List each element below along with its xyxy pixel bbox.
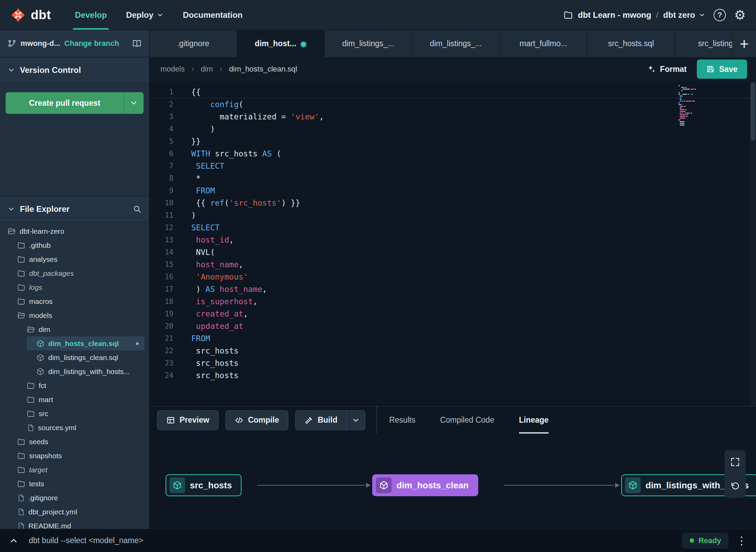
code-line[interactable]: 13 host_id, <box>149 234 756 246</box>
file-name: dim_listings_clean.sql <box>48 354 118 362</box>
file-tree-item[interactable]: dbt-learn-zero <box>0 224 149 238</box>
file-icon <box>17 508 25 516</box>
code-line[interactable]: 16 'Anonymous' <box>149 271 756 283</box>
code-line[interactable]: 4 ) <box>149 123 756 135</box>
status-label: Ready <box>699 536 721 545</box>
code-line[interactable]: 14 NVL( <box>149 246 756 258</box>
code-line[interactable]: 19 created_at, <box>149 308 756 320</box>
nav-deploy[interactable]: Deploy <box>126 0 164 30</box>
project-name[interactable]: dbt zero <box>663 10 705 20</box>
file-tree-item[interactable]: mart <box>0 393 149 407</box>
code-line[interactable]: 17 ) AS host_name, <box>149 283 756 295</box>
code-line[interactable]: 7 SELECT <box>149 160 756 172</box>
breadcrumb-dim[interactable]: dim <box>201 65 213 74</box>
code-line[interactable]: 1{{ <box>149 86 756 98</box>
file-tree-item[interactable]: dbt_packages <box>0 266 149 280</box>
editor-scrollbar[interactable] <box>750 81 756 406</box>
format-button[interactable]: Format <box>647 65 687 74</box>
lineage-node-dim-hosts-clean[interactable]: dim_hosts_clean <box>372 474 478 496</box>
code-line[interactable]: 21FROM <box>149 332 756 345</box>
breadcrumb-models[interactable]: models <box>160 65 185 74</box>
editor-tab[interactable]: mart_fullmo... <box>500 30 587 57</box>
file-tree-item[interactable]: dim <box>0 322 149 336</box>
code-editor[interactable]: 1{{2 config(3 materialized = 'view',4 )5… <box>149 81 756 406</box>
code-line[interactable]: 9 FROM <box>149 184 756 197</box>
new-tab-button[interactable]: + <box>732 30 756 57</box>
version-control-header[interactable]: Version Control <box>0 57 149 83</box>
command-input[interactable]: dbt build --select <model_name> <box>29 536 143 545</box>
editor-tab[interactable]: dim_listings_... <box>325 30 412 57</box>
code-line[interactable]: 8 * <box>149 172 756 184</box>
compile-button[interactable]: Compile <box>225 410 288 430</box>
status-dot-icon <box>690 538 694 543</box>
code-line[interactable]: 15 host_name, <box>149 258 756 271</box>
code-line[interactable]: 11) <box>149 209 756 221</box>
file-tree-item[interactable]: seeds <box>0 435 149 449</box>
code-line[interactable]: 22 src_hosts <box>149 345 756 357</box>
file-tree-item[interactable]: fct <box>0 378 149 393</box>
file-tree-item[interactable]: dbt_project.yml <box>0 505 149 519</box>
file-tree-item[interactable]: macros <box>0 294 149 308</box>
editor-tab[interactable]: dim_listings_... <box>412 30 500 57</box>
tab-label: mart_fullmo... <box>520 39 567 48</box>
file-tree-item[interactable]: README.md <box>0 519 149 529</box>
file-tree-item[interactable]: dim_listings_with_hosts... <box>0 364 149 378</box>
file-tree-item[interactable]: .gitignore <box>0 491 149 505</box>
line-number: 9 <box>149 184 173 197</box>
lineage-node-src-hosts[interactable]: src_hosts <box>166 474 242 496</box>
file-name: README.md <box>28 522 71 529</box>
editor-tab[interactable]: src_hosts.sql <box>587 30 675 57</box>
account-name: dbt Learn - mwong <box>578 10 651 20</box>
tab-compiled-code[interactable]: Compiled Code <box>440 407 494 434</box>
lineage-panel[interactable]: src_hosts dim_hosts_clean dim_listings_w… <box>149 434 756 529</box>
file-tree-item[interactable]: sources.yml <box>0 421 149 435</box>
code-line[interactable]: 2 config( <box>149 98 756 111</box>
nav-documentation[interactable]: Documentation <box>183 0 243 30</box>
book-icon[interactable] <box>132 39 142 48</box>
file-name: dbt_packages <box>29 269 74 278</box>
code-line[interactable]: 5}} <box>149 135 756 147</box>
save-button[interactable]: Save <box>697 60 747 79</box>
build-options-button[interactable] <box>346 410 365 430</box>
build-button[interactable]: Build <box>295 410 347 430</box>
code-line[interactable]: 10 {{ ref('src_hosts') }} <box>149 197 756 209</box>
file-tree-item[interactable]: models <box>0 308 149 322</box>
help-icon[interactable]: ? <box>714 9 726 21</box>
file-tree-item[interactable]: .github <box>0 238 149 252</box>
editor-tab[interactable]: .gitignore <box>149 30 237 57</box>
fullscreen-icon[interactable] <box>725 451 746 473</box>
file-tree-item[interactable]: dim_hosts_clean.sql• <box>27 336 144 350</box>
preview-button[interactable]: Preview <box>157 410 219 430</box>
create-pr-options-button[interactable] <box>123 92 143 114</box>
file-tree-item[interactable]: analyses <box>0 252 149 266</box>
create-pr-button[interactable]: Create pull request <box>6 92 123 114</box>
file-tree-item[interactable]: dim_listings_clean.sql <box>0 350 149 364</box>
code-line[interactable]: 23 src_hosts <box>149 357 756 369</box>
reset-view-icon[interactable] <box>725 475 746 497</box>
code-line[interactable]: 20 updated_at <box>149 320 756 332</box>
code-line[interactable]: 12SELECT <box>149 221 756 234</box>
file-tree-item[interactable]: tests <box>0 477 149 491</box>
tab-lineage[interactable]: Lineage <box>519 407 549 434</box>
tab-results[interactable]: Results <box>389 407 416 434</box>
file-tree-item[interactable]: target <box>0 463 149 477</box>
file-explorer-header[interactable]: File Explorer <box>0 196 149 222</box>
save-icon <box>706 65 715 73</box>
change-branch-link[interactable]: Change branch <box>64 39 119 48</box>
project-selector[interactable]: dbt Learn - mwong / dbt zero <box>563 10 705 20</box>
code-line[interactable]: 3 materialized = 'view', <box>149 111 756 123</box>
search-icon[interactable] <box>133 205 142 214</box>
chevron-up-icon[interactable] <box>9 536 18 545</box>
code-line[interactable]: 24 src_hosts <box>149 369 756 382</box>
editor-tab[interactable]: dim_host...◉ <box>237 30 325 57</box>
minimap[interactable] <box>678 85 699 126</box>
file-tree-item[interactable]: snapshots <box>0 449 149 463</box>
file-tree-item[interactable]: logs <box>0 280 149 294</box>
file-name: target <box>29 466 48 474</box>
file-tree-item[interactable]: src <box>0 407 149 421</box>
gear-icon[interactable]: ⚙ <box>734 9 746 22</box>
kebab-menu-icon[interactable]: ⋮ <box>736 535 747 546</box>
nav-develop[interactable]: Develop <box>75 0 107 30</box>
code-line[interactable]: 18 is_superhost, <box>149 295 756 308</box>
code-line[interactable]: 6WITH src_hosts AS ( <box>149 147 756 160</box>
